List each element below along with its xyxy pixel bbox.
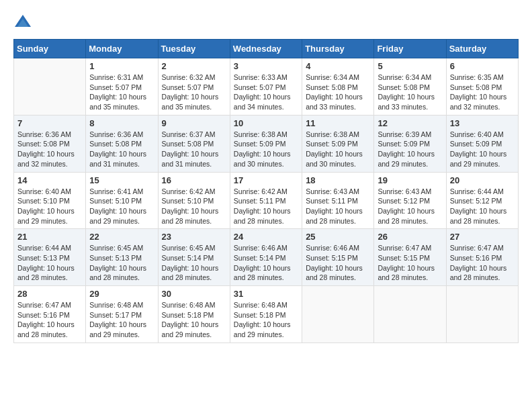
day-info: Sunrise: 6:45 AM Sunset: 5:13 PM Dayligh… <box>89 243 154 283</box>
day-number: 7 <box>17 118 82 128</box>
calendar-cell: 21Sunrise: 6:44 AM Sunset: 5:13 PM Dayli… <box>14 229 86 286</box>
day-number: 25 <box>306 232 370 242</box>
day-number: 30 <box>162 289 226 299</box>
calendar-cell: 6Sunrise: 6:35 AM Sunset: 5:08 PM Daylig… <box>446 58 518 116</box>
day-info: Sunrise: 6:44 AM Sunset: 5:12 PM Dayligh… <box>450 187 515 226</box>
header-cell-friday: Friday <box>374 40 446 58</box>
header-cell-monday: Monday <box>86 40 158 58</box>
calendar-cell: 13Sunrise: 6:40 AM Sunset: 5:09 PM Dayli… <box>446 115 518 172</box>
calendar-week-4: 28Sunrise: 6:47 AM Sunset: 5:16 PM Dayli… <box>14 286 519 343</box>
calendar-week-3: 21Sunrise: 6:44 AM Sunset: 5:13 PM Dayli… <box>14 229 519 286</box>
calendar-cell: 5Sunrise: 6:34 AM Sunset: 5:08 PM Daylig… <box>374 58 446 116</box>
day-info: Sunrise: 6:38 AM Sunset: 5:09 PM Dayligh… <box>306 130 370 169</box>
day-info: Sunrise: 6:36 AM Sunset: 5:08 PM Dayligh… <box>17 130 82 169</box>
day-info: Sunrise: 6:36 AM Sunset: 5:08 PM Dayligh… <box>89 130 154 169</box>
day-number: 27 <box>450 232 515 242</box>
day-number: 15 <box>89 175 154 185</box>
day-number: 23 <box>162 232 226 242</box>
calendar-cell: 9Sunrise: 6:37 AM Sunset: 5:08 PM Daylig… <box>158 115 230 172</box>
calendar-cell: 15Sunrise: 6:41 AM Sunset: 5:10 PM Dayli… <box>86 172 158 229</box>
day-number: 3 <box>234 61 298 71</box>
day-number: 5 <box>378 61 442 71</box>
calendar-cell: 29Sunrise: 6:48 AM Sunset: 5:17 PM Dayli… <box>86 286 158 343</box>
header-row: SundayMondayTuesdayWednesdayThursdayFrid… <box>14 40 519 58</box>
calendar-body: 1Sunrise: 6:31 AM Sunset: 5:07 PM Daylig… <box>14 58 519 343</box>
day-info: Sunrise: 6:40 AM Sunset: 5:10 PM Dayligh… <box>17 187 82 226</box>
day-info: Sunrise: 6:40 AM Sunset: 5:09 PM Dayligh… <box>450 130 515 169</box>
calendar-cell: 27Sunrise: 6:47 AM Sunset: 5:16 PM Dayli… <box>446 229 518 286</box>
day-info: Sunrise: 6:39 AM Sunset: 5:09 PM Dayligh… <box>378 130 442 169</box>
day-info: Sunrise: 6:35 AM Sunset: 5:08 PM Dayligh… <box>450 73 515 112</box>
day-number: 18 <box>306 175 370 185</box>
day-number: 26 <box>378 232 442 242</box>
day-number: 21 <box>17 232 82 242</box>
calendar-cell: 8Sunrise: 6:36 AM Sunset: 5:08 PM Daylig… <box>86 115 158 172</box>
calendar-cell: 2Sunrise: 6:32 AM Sunset: 5:07 PM Daylig… <box>158 58 230 116</box>
calendar-cell: 7Sunrise: 6:36 AM Sunset: 5:08 PM Daylig… <box>14 115 86 172</box>
calendar-cell: 11Sunrise: 6:38 AM Sunset: 5:09 PM Dayli… <box>302 115 374 172</box>
header-cell-saturday: Saturday <box>446 40 518 58</box>
calendar-cell <box>302 286 374 343</box>
day-number: 2 <box>162 61 226 71</box>
calendar-cell: 17Sunrise: 6:42 AM Sunset: 5:11 PM Dayli… <box>230 172 302 229</box>
calendar-cell: 22Sunrise: 6:45 AM Sunset: 5:13 PM Dayli… <box>86 229 158 286</box>
calendar-table: SundayMondayTuesdayWednesdayThursdayFrid… <box>13 39 519 343</box>
day-info: Sunrise: 6:46 AM Sunset: 5:14 PM Dayligh… <box>234 243 298 283</box>
day-number: 4 <box>306 61 370 71</box>
calendar-cell: 3Sunrise: 6:33 AM Sunset: 5:07 PM Daylig… <box>230 58 302 116</box>
page-header <box>13 13 519 32</box>
calendar-cell: 14Sunrise: 6:40 AM Sunset: 5:10 PM Dayli… <box>14 172 86 229</box>
day-info: Sunrise: 6:45 AM Sunset: 5:14 PM Dayligh… <box>162 243 226 283</box>
header-cell-tuesday: Tuesday <box>158 40 230 58</box>
day-info: Sunrise: 6:42 AM Sunset: 5:11 PM Dayligh… <box>234 187 298 226</box>
day-info: Sunrise: 6:43 AM Sunset: 5:12 PM Dayligh… <box>378 187 442 226</box>
day-number: 1 <box>89 61 154 71</box>
calendar-cell: 19Sunrise: 6:43 AM Sunset: 5:12 PM Dayli… <box>374 172 446 229</box>
calendar-cell: 16Sunrise: 6:42 AM Sunset: 5:10 PM Dayli… <box>158 172 230 229</box>
day-number: 24 <box>234 232 298 242</box>
day-number: 13 <box>450 118 515 128</box>
day-number: 14 <box>17 175 82 185</box>
calendar-cell: 12Sunrise: 6:39 AM Sunset: 5:09 PM Dayli… <box>374 115 446 172</box>
day-info: Sunrise: 6:37 AM Sunset: 5:08 PM Dayligh… <box>162 130 226 169</box>
day-number: 20 <box>450 175 515 185</box>
calendar-week-1: 7Sunrise: 6:36 AM Sunset: 5:08 PM Daylig… <box>14 115 519 172</box>
calendar-cell: 23Sunrise: 6:45 AM Sunset: 5:14 PM Dayli… <box>158 229 230 286</box>
day-number: 12 <box>378 118 442 128</box>
calendar-cell: 25Sunrise: 6:46 AM Sunset: 5:15 PM Dayli… <box>302 229 374 286</box>
day-number: 17 <box>234 175 298 185</box>
day-number: 28 <box>17 289 82 299</box>
day-info: Sunrise: 6:34 AM Sunset: 5:08 PM Dayligh… <box>306 73 370 112</box>
calendar-cell: 30Sunrise: 6:48 AM Sunset: 5:18 PM Dayli… <box>158 286 230 343</box>
day-info: Sunrise: 6:48 AM Sunset: 5:17 PM Dayligh… <box>89 300 154 340</box>
day-info: Sunrise: 6:31 AM Sunset: 5:07 PM Dayligh… <box>89 73 154 112</box>
day-info: Sunrise: 6:42 AM Sunset: 5:10 PM Dayligh… <box>162 187 226 226</box>
day-info: Sunrise: 6:43 AM Sunset: 5:11 PM Dayligh… <box>306 187 370 226</box>
calendar-week-2: 14Sunrise: 6:40 AM Sunset: 5:10 PM Dayli… <box>14 172 519 229</box>
day-number: 19 <box>378 175 442 185</box>
header-cell-thursday: Thursday <box>302 40 374 58</box>
calendar-header: SundayMondayTuesdayWednesdayThursdayFrid… <box>14 40 519 58</box>
day-info: Sunrise: 6:48 AM Sunset: 5:18 PM Dayligh… <box>162 300 226 340</box>
day-number: 10 <box>234 118 298 128</box>
calendar-cell: 28Sunrise: 6:47 AM Sunset: 5:16 PM Dayli… <box>14 286 86 343</box>
logo-icon <box>13 13 32 32</box>
day-info: Sunrise: 6:33 AM Sunset: 5:07 PM Dayligh… <box>234 73 298 112</box>
day-info: Sunrise: 6:46 AM Sunset: 5:15 PM Dayligh… <box>306 243 370 283</box>
header-cell-wednesday: Wednesday <box>230 40 302 58</box>
day-number: 11 <box>306 118 370 128</box>
calendar-cell <box>14 58 86 116</box>
calendar-cell: 4Sunrise: 6:34 AM Sunset: 5:08 PM Daylig… <box>302 58 374 116</box>
calendar-cell: 1Sunrise: 6:31 AM Sunset: 5:07 PM Daylig… <box>86 58 158 116</box>
calendar-cell: 24Sunrise: 6:46 AM Sunset: 5:14 PM Dayli… <box>230 229 302 286</box>
logo <box>13 13 35 32</box>
day-info: Sunrise: 6:38 AM Sunset: 5:09 PM Dayligh… <box>234 130 298 169</box>
day-number: 6 <box>450 61 515 71</box>
day-info: Sunrise: 6:48 AM Sunset: 5:18 PM Dayligh… <box>234 300 298 340</box>
header-cell-sunday: Sunday <box>14 40 86 58</box>
calendar-week-0: 1Sunrise: 6:31 AM Sunset: 5:07 PM Daylig… <box>14 58 519 116</box>
day-info: Sunrise: 6:34 AM Sunset: 5:08 PM Dayligh… <box>378 73 442 112</box>
day-info: Sunrise: 6:47 AM Sunset: 5:16 PM Dayligh… <box>450 243 515 283</box>
day-info: Sunrise: 6:47 AM Sunset: 5:16 PM Dayligh… <box>17 300 82 340</box>
day-number: 8 <box>89 118 154 128</box>
